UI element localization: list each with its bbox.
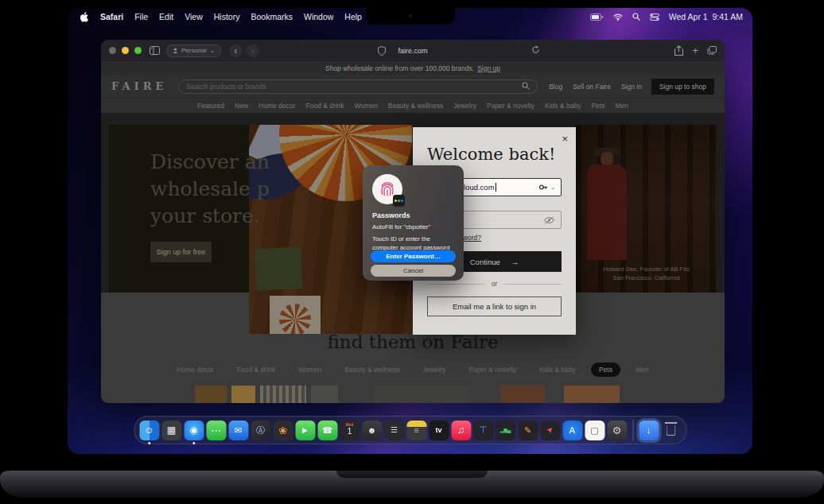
nav-new[interactable]: New xyxy=(235,102,248,110)
dock-app-downloads[interactable]: ↓ xyxy=(639,421,659,440)
product-thumb[interactable] xyxy=(373,386,468,403)
nav-women[interactable]: Women xyxy=(355,102,378,110)
email-link-button[interactable]: Email me a link to sign in xyxy=(427,297,562,316)
nav-jewelry[interactable]: Jewelry xyxy=(453,102,476,110)
header-link-blog[interactable]: Blog xyxy=(549,83,562,91)
reload-icon[interactable] xyxy=(531,45,540,54)
pill-pets[interactable]: Pets xyxy=(591,362,620,377)
profile-switcher[interactable]: Personal ⌄ xyxy=(166,45,221,57)
show-password-eye-icon[interactable] xyxy=(544,213,554,227)
dock-app-messages[interactable]: ⋯ xyxy=(206,421,226,440)
product-thumb[interactable] xyxy=(564,386,620,403)
menu-view[interactable]: View xyxy=(185,12,203,21)
nav-men[interactable]: Men xyxy=(615,102,628,110)
dock-app-appstore[interactable]: A xyxy=(562,421,582,440)
menu-help[interactable]: Help xyxy=(344,12,362,21)
nav-home-decor[interactable]: Home decor xyxy=(258,102,295,110)
camera-dot xyxy=(409,14,412,17)
product-thumb[interactable] xyxy=(231,386,255,403)
dock-app-mail[interactable]: ✉ xyxy=(228,421,248,440)
zoom-window-button[interactable] xyxy=(134,47,142,54)
forward-button[interactable]: › xyxy=(247,45,259,57)
dock-app-pages[interactable]: ✎ xyxy=(518,421,538,440)
close-icon[interactable]: × xyxy=(562,134,568,144)
cancel-button[interactable]: Cancel xyxy=(371,265,456,277)
dock-app-rocket[interactable]: ➤ xyxy=(540,421,560,440)
pill-kids-baby[interactable]: Kids & baby xyxy=(532,362,584,377)
nav-pets[interactable]: Pets xyxy=(591,102,604,110)
menu-history[interactable]: History xyxy=(214,12,240,21)
dock-app-facetime[interactable]: ▶ xyxy=(295,421,315,440)
spotlight-search-icon[interactable] xyxy=(632,13,640,21)
touch-id-dialog: Passwords AutoFill for "cbpotter" Touch … xyxy=(363,165,464,281)
dock-app-notes[interactable]: ≡ xyxy=(406,421,426,440)
nav-food-drink[interactable]: Food & drink xyxy=(305,102,344,110)
nav-featured[interactable]: Featured xyxy=(197,102,224,110)
pill-paper-novelty[interactable]: Paper & novelty xyxy=(461,362,524,377)
control-center-icon[interactable] xyxy=(650,14,659,21)
dock-app-finder[interactable]: ☺ xyxy=(139,421,159,440)
faire-logo[interactable]: FAIRE xyxy=(111,80,167,92)
dock: ☺▦◉⋯✉Ⓐ❀▶☎Wed1☻☰≡tv♫⊤▂▆▄✎➤A▢⚙↓ xyxy=(134,416,686,444)
menu-bar-clock[interactable]: Wed Apr 1 9:41 AM xyxy=(669,12,743,21)
promo-banner: Shop wholesale online from over 100,000 … xyxy=(101,61,725,75)
dock-app-music[interactable]: ♫ xyxy=(451,421,471,440)
banner-sign-up-link[interactable]: Sign up xyxy=(477,64,500,72)
product-thumb[interactable] xyxy=(195,386,227,403)
pill-food-drink[interactable]: Food & drink xyxy=(229,362,283,377)
dock-app-phone[interactable]: ☎ xyxy=(317,421,337,440)
product-thumb[interactable] xyxy=(260,386,306,403)
nav-kids-baby[interactable]: Kids & baby xyxy=(545,102,581,110)
product-thumb[interactable] xyxy=(311,386,338,403)
pill-jewelry[interactable]: Jewelry xyxy=(415,362,454,377)
dock-app-settings[interactable]: ⚙ xyxy=(607,421,627,440)
search-input[interactable]: Search products or brands xyxy=(178,79,538,94)
close-window-button[interactable] xyxy=(109,47,116,54)
minimize-window-button[interactable] xyxy=(122,47,129,54)
dock-app-photos[interactable]: ❀ xyxy=(273,421,293,440)
new-tab-icon[interactable]: + xyxy=(692,45,698,56)
pill-women[interactable]: Women xyxy=(290,362,329,377)
wifi-icon[interactable] xyxy=(613,14,623,21)
enter-password-button[interactable]: Enter Password… xyxy=(371,250,456,262)
back-button[interactable]: ‹ xyxy=(229,45,242,57)
menu-file[interactable]: File xyxy=(134,12,148,21)
pill-beauty-wellness[interactable]: Beauty & wellness xyxy=(336,362,407,377)
address-bar-url[interactable]: faire.com xyxy=(398,47,427,55)
calendar-icon: 1 xyxy=(348,428,352,436)
sign-up-for-free-button[interactable]: Sign up for free xyxy=(150,242,212,262)
dock-app-keynote[interactable]: ⊤ xyxy=(473,421,493,440)
menu-bookmarks[interactable]: Bookmarks xyxy=(251,12,293,21)
dock-separator xyxy=(632,420,633,440)
apple-menu-icon[interactable] xyxy=(80,12,89,22)
product-thumb[interactable] xyxy=(500,386,545,403)
dock-app-numbers[interactable]: ▂▆▄ xyxy=(496,421,515,440)
dock-app-tv[interactable]: tv xyxy=(429,421,449,440)
privacy-shield-icon[interactable] xyxy=(378,46,386,56)
menu-window[interactable]: Window xyxy=(304,12,333,21)
nav-beauty-wellness[interactable]: Beauty & wellness xyxy=(388,102,443,110)
search-icon[interactable] xyxy=(522,82,530,91)
menu-safari[interactable]: Safari xyxy=(100,12,123,21)
autofill-key-icon[interactable] xyxy=(538,184,549,191)
header-link-sign-in[interactable]: Sign in xyxy=(621,83,642,91)
nav-paper-novelty[interactable]: Paper & novelty xyxy=(487,102,534,110)
sign-up-to-shop-button[interactable]: Sign up to shop xyxy=(651,79,714,95)
dock-app-maps[interactable]: Ⓐ xyxy=(251,421,270,440)
dock-app-contacts[interactable]: ☻ xyxy=(362,421,382,440)
pill-home-decor[interactable]: Home decor xyxy=(169,362,222,377)
menu-edit[interactable]: Edit xyxy=(159,12,173,21)
share-icon[interactable] xyxy=(674,45,683,56)
calendar-weekday-label: Wed xyxy=(340,423,360,427)
sidebar-toggle-icon[interactable] xyxy=(150,46,160,55)
dock-app-safari[interactable]: ◉ xyxy=(184,421,204,440)
dock-app-launchpad[interactable]: ▦ xyxy=(161,421,181,440)
header-link-sell-on-faire[interactable]: Sell on Faire xyxy=(573,83,611,91)
dock-app-trash[interactable] xyxy=(661,421,681,440)
tab-overview-icon[interactable] xyxy=(707,46,717,55)
dock-app-reminders[interactable]: ☰ xyxy=(384,421,404,440)
battery-icon[interactable] xyxy=(590,14,604,21)
dock-app-freeform[interactable]: ▢ xyxy=(585,421,604,440)
pill-men[interactable]: Men xyxy=(628,362,657,377)
dock-app-calendar[interactable]: Wed1 xyxy=(340,421,360,440)
